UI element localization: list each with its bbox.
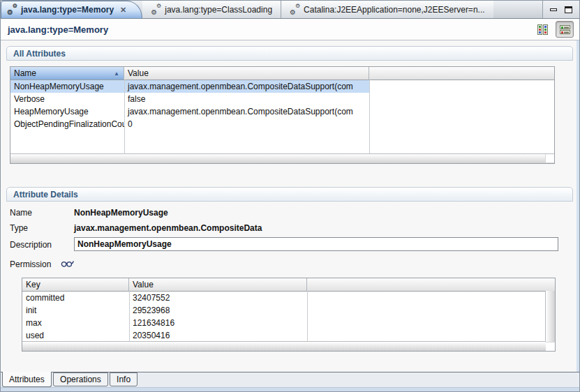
vertical-layout-button[interactable] [533, 21, 551, 38]
column-divider [129, 291, 130, 342]
tab-java-lang-classloading[interactable]: ⚙⚙ java.lang:type=ClassLoading [142, 1, 281, 18]
minimize-icon[interactable] [550, 8, 557, 11]
section-title: Attribute Details [13, 190, 78, 199]
column-divider [369, 80, 370, 154]
value-cell: 121634816 [129, 317, 307, 329]
table-row[interactable]: used 20350416 [22, 329, 555, 342]
table-row[interactable]: committed 32407552 [22, 292, 555, 304]
mbean-gear-icon: ⚙⚙ [290, 5, 300, 15]
column-header-value[interactable]: Value [129, 278, 307, 291]
tab-label: Catalina:J2EEApplication=none,J2EEServer… [304, 5, 485, 15]
detail-type-row: Type javax.management.openmbean.Composit… [10, 222, 262, 234]
mbean-gear-icon: ⚙⚙ [7, 5, 17, 15]
column-header-value[interactable]: Value [124, 67, 369, 80]
column-divider [124, 80, 125, 154]
permission-label: Permission [10, 259, 51, 269]
bottom-tab-bar: Attributes Operations Info [1, 372, 579, 387]
column-header-blank [307, 278, 555, 291]
vertical-layout-icon [537, 24, 548, 35]
table-row[interactable]: Verbose false [10, 93, 554, 105]
tab-attributes[interactable]: Attributes [2, 372, 52, 387]
editor-header: java.lang:type=Memory [1, 19, 579, 40]
key-cell: init [22, 304, 129, 317]
editor-body: All Attributes Name ▲ Value NonHeapMemor… [1, 40, 579, 372]
maximize-icon[interactable] [565, 6, 572, 13]
table-row[interactable]: NonHeapMemoryUsage javax.management.open… [10, 80, 554, 93]
vertical-scrollbar[interactable] [545, 291, 555, 342]
attribute-name-cell: Verbose [10, 93, 124, 105]
attribute-name-cell: ObjectPendingFinalizationCount [10, 118, 124, 130]
name-label: Name [10, 208, 74, 218]
tab-operations[interactable]: Operations [53, 372, 108, 386]
column-header-blank [369, 67, 554, 80]
window-bottom-frame [1, 387, 579, 392]
description-label: Description [10, 240, 74, 250]
horizontal-layout-icon [560, 24, 570, 35]
mbean-gear-icon: ⚙⚙ [151, 5, 161, 15]
section-title: All Attributes [13, 49, 66, 59]
description-field[interactable]: NonHeapMemoryUsage [74, 237, 558, 251]
window-right-frame [577, 40, 579, 372]
mbean-editor-window: ⚙⚙ java.lang:type=Memory ✕ ⚙⚙ java.lang:… [0, 0, 580, 392]
tab-info[interactable]: Info [110, 372, 137, 386]
detail-permission-row: Permission [10, 258, 75, 271]
column-divider [307, 291, 308, 342]
detail-description-row: Description [10, 239, 74, 251]
attribute-value-cell: javax.management.openmbean.CompositeData… [124, 105, 369, 118]
attribute-name-cell: HeapMemoryUsage [10, 105, 124, 118]
name-value: NonHeapMemoryUsage [74, 208, 168, 218]
all-attributes-section-header: All Attributes [6, 46, 573, 61]
table-row[interactable]: ObjectPendingFinalizationCount 0 [10, 118, 554, 130]
sort-ascending-icon: ▲ [114, 70, 119, 77]
key-cell: used [22, 329, 129, 342]
table-row[interactable]: init 29523968 [22, 304, 555, 317]
composite-data-table[interactable]: Key Value committed 32407552 init 295239… [22, 278, 556, 352]
composite-table-header: Key Value [22, 278, 555, 292]
table-row[interactable]: max 121634816 [22, 317, 555, 329]
attribute-name-cell: NonHeapMemoryUsage [10, 80, 124, 93]
type-value: javax.management.openmbean.CompositeData [74, 223, 262, 233]
attribute-value-cell: javax.management.openmbean.CompositeData… [124, 80, 369, 93]
attribute-value-cell: 0 [124, 118, 369, 130]
page-title: java.lang:type=Memory [8, 24, 108, 35]
value-cell: 20350416 [129, 329, 307, 342]
view-window-buttons [542, 1, 579, 18]
tab-java-lang-memory[interactable]: ⚙⚙ java.lang:type=Memory ✕ [1, 1, 142, 18]
detail-name-row: Name NonHeapMemoryUsage [10, 206, 168, 219]
column-header-name[interactable]: Name ▲ [10, 67, 124, 80]
all-attributes-table[interactable]: Name ▲ Value NonHeapMemoryUsage javax.ma… [10, 66, 555, 164]
horizontal-layout-button[interactable] [556, 21, 574, 38]
key-cell: max [22, 317, 129, 329]
column-header-key[interactable]: Key [22, 278, 129, 291]
attribute-value-cell: false [124, 93, 369, 105]
all-attributes-table-header: Name ▲ Value [10, 67, 554, 80]
table-row[interactable]: HeapMemoryUsage javax.management.openmbe… [10, 105, 554, 118]
scrollbar-corner [545, 154, 554, 163]
close-icon[interactable]: ✕ [120, 6, 126, 15]
readable-glasses-icon [61, 259, 75, 270]
tab-label: java.lang:type=Memory [21, 5, 114, 15]
attribute-details-section-header: Attribute Details [6, 187, 573, 202]
tab-catalina-j2ee[interactable]: ⚙⚙ Catalina:J2EEApplication=none,J2EESer… [281, 1, 493, 18]
type-label: Type [10, 223, 74, 233]
value-cell: 29523968 [129, 304, 307, 317]
scrollbar-corner [546, 342, 555, 351]
value-cell: 32407552 [129, 292, 307, 304]
horizontal-scrollbar[interactable] [10, 153, 554, 163]
horizontal-scrollbar[interactable] [22, 341, 546, 351]
key-cell: committed [22, 292, 129, 304]
editor-tab-bar: ⚙⚙ java.lang:type=Memory ✕ ⚙⚙ java.lang:… [1, 1, 579, 19]
tab-label: java.lang:type=ClassLoading [165, 5, 272, 15]
